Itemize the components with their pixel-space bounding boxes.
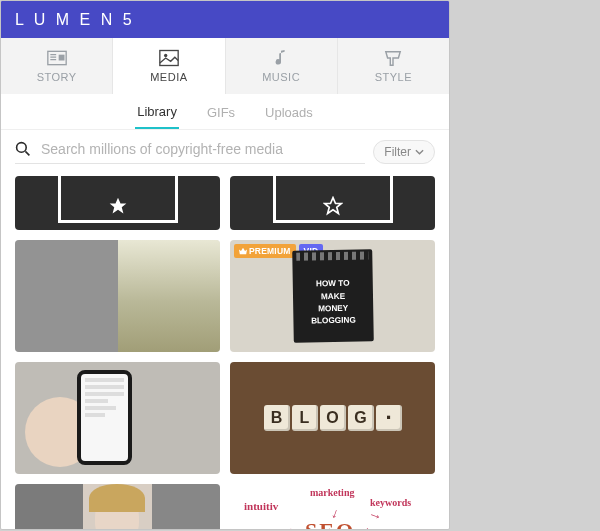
tab-music-label: MUSIC [262, 71, 300, 83]
subtab-library[interactable]: Library [135, 95, 179, 129]
tab-style[interactable]: STYLE [338, 38, 449, 94]
media-card[interactable]: B L O G · [230, 362, 435, 474]
grid-row: intuitiv marketing keywords SEO html str… [15, 484, 435, 529]
blog-tile: B [264, 405, 290, 431]
style-icon [383, 49, 403, 67]
media-card[interactable] [15, 484, 220, 529]
svg-point-6 [164, 54, 167, 57]
svg-rect-4 [58, 55, 64, 61]
svg-point-7 [17, 142, 27, 152]
seo-word: intuitiv [244, 500, 278, 512]
search-icon [15, 141, 31, 157]
filter-button[interactable]: Filter [373, 140, 435, 164]
subtab-uploads[interactable]: Uploads [263, 96, 315, 128]
media-card[interactable] [15, 362, 220, 474]
tab-style-label: STYLE [375, 71, 412, 83]
chevron-down-icon [415, 149, 424, 155]
svg-line-8 [25, 151, 29, 155]
tab-story-label: STORY [37, 71, 77, 83]
notepad-thumbnail: HOW TO MAKE MONEY BLOGGING [292, 249, 374, 342]
main-tabs: STORY MEDIA MUSIC STYLE [1, 38, 449, 94]
blog-tile: O [320, 405, 346, 431]
tab-media-label: MEDIA [150, 71, 187, 83]
tab-music[interactable]: MUSIC [226, 38, 338, 94]
media-card[interactable] [230, 176, 435, 230]
media-card[interactable]: PREMIUM VID HOW TO MAKE MONEY BLOGGING [230, 240, 435, 352]
media-card[interactable] [15, 240, 220, 352]
music-icon [271, 49, 291, 67]
premium-badge: PREMIUM [234, 244, 296, 258]
subtab-gifs[interactable]: GIFs [205, 96, 237, 128]
blog-tile: L [292, 405, 318, 431]
media-card[interactable]: intuitiv marketing keywords SEO html str… [230, 484, 435, 529]
thumbnail-region [83, 484, 151, 529]
abstract-thumbnail [58, 183, 178, 223]
tab-story[interactable]: STORY [1, 38, 113, 94]
arrow-icon: ← [358, 522, 372, 529]
abstract-thumbnail [273, 183, 393, 223]
search-box[interactable] [15, 141, 365, 164]
tab-media[interactable]: MEDIA [113, 38, 225, 94]
brand-bar: L U M E N 5 [1, 1, 449, 38]
media-card[interactable] [15, 176, 220, 230]
app-window: L U M E N 5 STORY MEDIA MUSIC STYLE Libr… [0, 0, 450, 530]
search-input[interactable] [41, 141, 365, 157]
blog-tile: G [348, 405, 374, 431]
search-row: Filter [1, 130, 449, 176]
thumbnail-region [15, 484, 83, 529]
sub-tabs: Library GIFs Uploads [1, 94, 449, 130]
filter-label: Filter [384, 145, 411, 159]
story-icon [47, 49, 67, 67]
thumbnail-region [118, 240, 221, 352]
grid-row [15, 176, 435, 230]
media-grid[interactable]: PREMIUM VID HOW TO MAKE MONEY BLOGGING [1, 176, 449, 529]
arrow-icon: ← [286, 522, 300, 529]
grid-row: B L O G · [15, 362, 435, 474]
media-icon [159, 49, 179, 67]
thumbnail-region [15, 240, 118, 352]
phone-thumbnail [15, 362, 220, 474]
grid-row: PREMIUM VID HOW TO MAKE MONEY BLOGGING [15, 240, 435, 352]
seo-word: keywords [370, 497, 411, 508]
blog-tile: · [376, 405, 402, 431]
seo-word: marketing [310, 487, 354, 498]
thumbnail-region [152, 484, 220, 529]
brand-logo: L U M E N 5 [15, 11, 135, 29]
